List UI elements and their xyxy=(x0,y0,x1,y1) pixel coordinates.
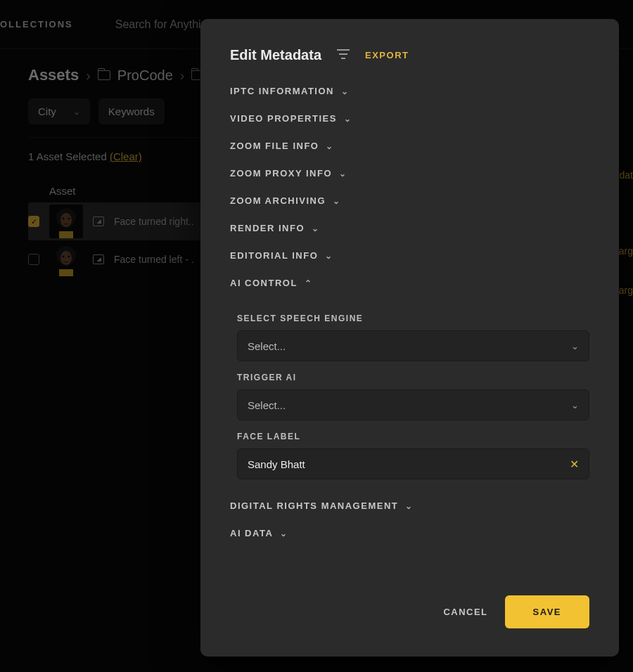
section-ai-data[interactable]: AI DATA ⌄ xyxy=(230,519,589,547)
section-label: DIGITAL RIGHTS MANAGEMENT xyxy=(230,500,398,511)
chevron-down-icon: ⌄ xyxy=(280,529,288,538)
modal-title: Edit Metadata xyxy=(230,47,321,63)
select-value: Select... xyxy=(248,340,286,352)
chevron-down-icon: ⌄ xyxy=(571,341,579,351)
select-speech-engine[interactable]: Select... ⌄ xyxy=(237,330,589,361)
clear-input-icon[interactable]: ✕ xyxy=(563,458,579,471)
section-label: ZOOM PROXY INFO xyxy=(230,168,332,179)
modal-footer: CANCEL SAVE xyxy=(200,579,619,657)
chevron-down-icon: ⌄ xyxy=(325,251,333,261)
section-ai-control[interactable]: AI CONTROL ⌃ xyxy=(230,269,589,297)
chevron-down-icon: ⌄ xyxy=(312,224,320,233)
chevron-down-icon: ⌄ xyxy=(405,501,414,511)
cancel-button[interactable]: CANCEL xyxy=(443,607,487,617)
section-label: VIDEO PROPERTIES xyxy=(230,113,337,124)
section-editorial-info[interactable]: EDITORIAL INFO ⌄ xyxy=(230,242,589,269)
field-label-trigger-ai: TRIGGER AI xyxy=(237,361,589,389)
section-zoom-file-info[interactable]: ZOOM FILE INFO ⌄ xyxy=(230,132,589,160)
section-video-properties[interactable]: VIDEO PROPERTIES ⌄ xyxy=(230,105,589,132)
field-label-face-label: FACE LABEL xyxy=(237,420,589,448)
section-label: IPTC INFORMATION xyxy=(230,86,334,96)
chevron-down-icon: ⌄ xyxy=(339,169,347,179)
chevron-down-icon: ⌄ xyxy=(571,400,579,411)
filter-icon[interactable] xyxy=(337,49,350,62)
section-zoom-archiving[interactable]: ZOOM ARCHIVING ⌄ xyxy=(230,187,589,214)
ai-control-panel: SELECT SPEECH ENGINE Select... ⌄ TRIGGER… xyxy=(230,297,589,482)
section-label: AI CONTROL xyxy=(230,278,298,288)
chevron-down-icon: ⌄ xyxy=(333,196,341,206)
chevron-down-icon: ⌄ xyxy=(344,114,352,124)
select-trigger-ai[interactable]: Select... ⌄ xyxy=(237,389,589,420)
section-iptc-information[interactable]: IPTC INFORMATION ⌄ xyxy=(230,77,589,105)
edit-metadata-modal: Edit Metadata EXPORT IPTC INFORMATION ⌄ … xyxy=(200,19,619,657)
field-label-speech-engine: SELECT SPEECH ENGINE xyxy=(237,302,589,330)
chevron-up-icon: ⌃ xyxy=(305,278,313,288)
section-zoom-proxy-info[interactable]: ZOOM PROXY INFO ⌄ xyxy=(230,160,589,187)
section-render-info[interactable]: RENDER INFO ⌄ xyxy=(230,214,589,242)
select-value: Select... xyxy=(248,399,286,411)
chevron-down-icon: ⌄ xyxy=(326,141,334,151)
section-digital-rights-management[interactable]: DIGITAL RIGHTS MANAGEMENT ⌄ xyxy=(230,492,589,519)
input-face-label[interactable]: ✕ xyxy=(237,448,589,479)
modal-header: Edit Metadata EXPORT xyxy=(200,19,619,70)
section-label: ZOOM ARCHIVING xyxy=(230,195,326,206)
section-label: ZOOM FILE INFO xyxy=(230,141,319,151)
face-label-field[interactable] xyxy=(248,458,563,470)
modal-body: IPTC INFORMATION ⌄ VIDEO PROPERTIES ⌄ ZO… xyxy=(200,70,619,579)
section-label: EDITORIAL INFO xyxy=(230,250,318,261)
chevron-down-icon: ⌄ xyxy=(341,86,350,96)
section-label: RENDER INFO xyxy=(230,223,305,233)
export-button[interactable]: EXPORT xyxy=(365,50,409,60)
section-label: AI DATA xyxy=(230,528,273,538)
save-button[interactable]: SAVE xyxy=(505,595,589,628)
